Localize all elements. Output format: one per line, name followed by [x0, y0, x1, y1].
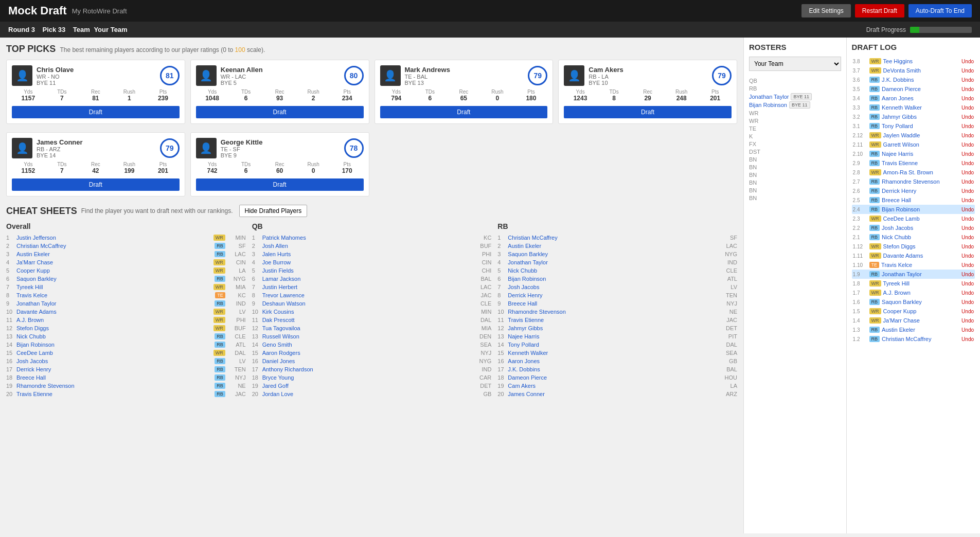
player-link[interactable]: Aaron Jones [508, 358, 717, 364]
player-link[interactable]: Jahmyr Gibbs [508, 325, 717, 331]
draft-button[interactable]: Draft [380, 106, 548, 118]
player-link[interactable]: Dak Prescott [262, 317, 471, 323]
log-player-name[interactable]: DeVonta Smith [883, 67, 960, 74]
player-link[interactable]: Rhamondre Stevenson [16, 383, 212, 389]
player-link[interactable]: James Conner [508, 391, 717, 397]
player-link[interactable]: CeeDee Lamb [16, 350, 211, 356]
player-link[interactable]: Travis Etienne [508, 317, 717, 323]
player-link[interactable]: Christian McCaffrey [508, 235, 717, 241]
undo-pick-button[interactable]: Undo [961, 290, 974, 296]
player-link[interactable]: Jonathan Taylor [508, 259, 717, 265]
player-link[interactable]: Derrick Henry [508, 292, 717, 298]
player-link[interactable]: Bijan Robinson [508, 276, 717, 282]
player-link[interactable]: Russell Wilson [262, 333, 471, 339]
player-link[interactable]: Travis Kelce [16, 292, 213, 298]
undo-pick-button[interactable]: Undo [961, 114, 974, 120]
player-link[interactable]: Daniel Jones [262, 358, 471, 364]
player-link[interactable]: Kirk Cousins [262, 309, 471, 315]
player-link[interactable]: A.J. Brown [16, 317, 211, 323]
player-link[interactable]: Austin Ekeler [508, 243, 717, 249]
player-link[interactable]: Jonathan Taylor [16, 300, 212, 307]
player-link[interactable]: Kenneth Walker [508, 350, 717, 356]
undo-pick-button[interactable]: Undo [961, 160, 974, 166]
undo-pick-button[interactable]: Undo [961, 299, 974, 305]
player-link[interactable]: Justin Fields [262, 267, 471, 274]
player-link[interactable]: Bryce Young [262, 374, 471, 381]
player-link[interactable]: Deshaun Watson [262, 300, 471, 307]
log-player-name[interactable]: J.K. Dobbins [882, 77, 959, 83]
undo-pick-button[interactable]: Undo [961, 96, 974, 101]
undo-pick-button[interactable]: Undo [961, 327, 974, 333]
log-player-name[interactable]: Tyreek Hill [883, 280, 960, 287]
undo-pick-button[interactable]: Undo [961, 68, 974, 74]
player-link[interactable]: Travis Etienne [16, 391, 212, 397]
log-player-name[interactable]: Breece Hall [882, 197, 959, 203]
player-link[interactable]: Tony Pollard [508, 342, 717, 348]
player-link[interactable]: Derrick Henry [16, 366, 212, 372]
player-link[interactable]: Breece Hall [16, 374, 212, 381]
player-link[interactable]: Cooper Kupp [16, 267, 211, 274]
log-player-name[interactable]: Travis Etienne [882, 160, 959, 166]
undo-pick-button[interactable]: Undo [961, 272, 974, 277]
undo-pick-button[interactable]: Undo [961, 225, 974, 231]
log-player-name[interactable]: A.J. Brown [883, 290, 960, 296]
player-link[interactable]: Josh Jacobs [508, 284, 717, 290]
log-player-name[interactable]: Cooper Kupp [883, 308, 960, 314]
log-player-name[interactable]: Tony Pollard [882, 123, 959, 129]
player-link[interactable]: Najee Harris [508, 333, 717, 339]
player-link[interactable]: Bijan Robinson [16, 342, 212, 348]
log-player-name[interactable]: Kenneth Walker [882, 104, 959, 111]
player-link[interactable]: Trevor Lawrence [262, 292, 471, 298]
roster-player-name[interactable]: Jonathan Taylor [749, 94, 789, 100]
log-player-name[interactable]: Davante Adams [883, 253, 960, 259]
undo-pick-button[interactable]: Undo [961, 198, 974, 203]
player-link[interactable]: Cam Akers [508, 383, 717, 389]
player-link[interactable]: Aaron Rodgers [262, 350, 471, 356]
log-player-name[interactable]: Garrett Wilson [883, 141, 960, 148]
player-link[interactable]: Austin Ekeler [16, 251, 212, 257]
player-link[interactable]: Jared Goff [262, 383, 471, 389]
undo-pick-button[interactable]: Undo [961, 253, 974, 259]
player-link[interactable]: Geno Smith [262, 342, 471, 348]
undo-pick-button[interactable]: Undo [961, 77, 974, 83]
undo-pick-button[interactable]: Undo [961, 142, 974, 148]
undo-pick-button[interactable]: Undo [961, 86, 974, 92]
undo-pick-button[interactable]: Undo [961, 179, 974, 185]
log-player-name[interactable]: Jonathan Taylor [882, 271, 959, 277]
player-link[interactable]: Justin Jefferson [16, 235, 211, 241]
player-link[interactable]: Rhamondre Stevenson [508, 309, 717, 315]
log-player-name[interactable]: CeeDee Lamb [883, 216, 960, 222]
log-player-name[interactable]: Rhamondre Stevenson [882, 178, 959, 185]
undo-pick-button[interactable]: Undo [961, 151, 974, 157]
undo-pick-button[interactable]: Undo [961, 336, 974, 342]
player-link[interactable]: Jordan Love [262, 391, 471, 397]
undo-pick-button[interactable]: Undo [961, 133, 974, 138]
draft-button[interactable]: Draft [196, 106, 364, 118]
log-player-name[interactable]: Najee Harris [882, 151, 959, 157]
draft-button[interactable]: Draft [196, 178, 364, 191]
player-link[interactable]: Lamar Jackson [262, 276, 471, 282]
undo-pick-button[interactable]: Undo [961, 207, 974, 212]
player-link[interactable]: Saquon Barkley [508, 251, 717, 257]
player-link[interactable]: Josh Jacobs [16, 358, 212, 364]
player-link[interactable]: Justin Herbert [262, 284, 471, 290]
log-player-name[interactable]: Dameon Pierce [882, 86, 959, 92]
log-player-name[interactable]: Josh Jacobs [882, 225, 959, 231]
player-link[interactable]: Ja'Marr Chase [16, 259, 211, 265]
hide-drafted-players-button[interactable]: Hide Drafted Players [239, 205, 308, 217]
undo-pick-button[interactable]: Undo [961, 262, 974, 268]
log-player-name[interactable]: Jahmyr Gibbs [882, 114, 959, 120]
log-player-name[interactable]: Saquon Barkley [882, 299, 959, 305]
roster-team-select[interactable]: Your Team [749, 57, 841, 71]
log-player-name[interactable]: Christian McCaffrey [882, 336, 959, 342]
log-player-name[interactable]: Bijan Robinson [882, 206, 959, 212]
log-player-name[interactable]: Jaylen Waddle [883, 132, 960, 138]
player-link[interactable]: Breece Hall [508, 300, 717, 307]
log-player-name[interactable]: Stefon Diggs [883, 243, 960, 249]
player-link[interactable]: Josh Allen [262, 243, 471, 249]
undo-pick-button[interactable]: Undo [961, 170, 974, 175]
player-link[interactable]: Jalen Hurts [262, 251, 471, 257]
undo-pick-button[interactable]: Undo [961, 281, 974, 287]
restart-draft-button[interactable]: Restart Draft [855, 4, 904, 17]
player-link[interactable]: Christian McCaffrey [16, 243, 212, 249]
